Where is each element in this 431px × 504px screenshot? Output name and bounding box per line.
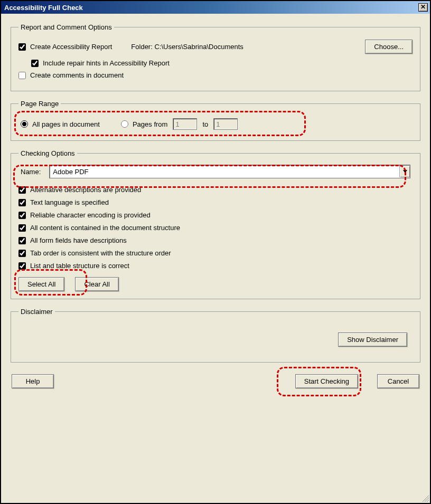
check-option-row[interactable]: Reliable character encoding is provided [18, 211, 413, 219]
resize-grip[interactable] [420, 493, 429, 502]
check-option-label: All content is contained in the document… [30, 224, 180, 232]
check-option-label: Text language is specified [30, 198, 109, 206]
to-label: to [202, 120, 208, 128]
dialog-content: Report and Comment Options Create Access… [1, 14, 430, 503]
create-report-checkbox[interactable] [18, 43, 26, 51]
checking-options-list: Alternative descriptions are provided Te… [18, 186, 413, 270]
folder-label: Folder: [131, 43, 152, 51]
bottom-button-row: Help Start Checking Cancel [11, 374, 420, 388]
check-option-row[interactable]: All content is contained in the document… [18, 224, 413, 232]
create-comments-row[interactable]: Create comments in document [18, 71, 413, 79]
report-options-legend: Report and Comment Options [18, 23, 114, 31]
name-label: Name: [21, 168, 41, 176]
dialog-window: Accessibility Full Check ✕ Report and Co… [0, 0, 431, 504]
titlebar: Accessibility Full Check ✕ [1, 1, 430, 14]
check-option-checkbox[interactable] [18, 250, 26, 257]
create-comments-label: Create comments in document [30, 71, 124, 79]
svg-marker-0 [403, 170, 407, 173]
check-option-row[interactable]: Alternative descriptions are provided [18, 186, 413, 194]
check-option-row[interactable]: List and table structure is correct [18, 262, 413, 270]
include-hints-row[interactable]: Include repair hints in Accessibility Re… [31, 59, 413, 67]
include-hints-checkbox[interactable] [31, 60, 39, 67]
create-report-label: Create Accessibility Report [30, 43, 112, 51]
start-checking-button[interactable]: Start Checking [295, 374, 358, 388]
choose-folder-button[interactable]: Choose... [365, 40, 413, 54]
page-range-group: Page Range All pages in document Pages f… [11, 100, 420, 141]
disclaimer-legend: Disclaimer [18, 308, 55, 316]
chevron-down-icon [403, 170, 407, 173]
pages-from-radio-row[interactable]: Pages from [121, 120, 167, 128]
create-report-row[interactable]: Create Accessibility Report [18, 43, 112, 51]
check-option-label: All form fields have descriptions [30, 236, 127, 244]
page-to-input[interactable] [213, 118, 238, 130]
include-hints-label: Include repair hints in Accessibility Re… [43, 59, 170, 67]
check-option-label: Reliable character encoding is provided [30, 211, 151, 219]
window-title: Accessibility Full Check [4, 4, 83, 12]
check-option-checkbox[interactable] [18, 212, 26, 219]
checking-options-legend: Checking Options [18, 149, 77, 157]
page-range-legend: Page Range [18, 100, 61, 108]
close-icon: ✕ [420, 3, 426, 11]
folder-display: Folder: C:\Users\Sabrina\Documents [131, 43, 243, 51]
check-option-checkbox[interactable] [18, 186, 26, 194]
check-option-label: Alternative descriptions are provided [30, 186, 141, 194]
show-disclaimer-button[interactable]: Show Disclaimer [338, 332, 407, 347]
check-option-checkbox[interactable] [18, 224, 26, 232]
all-pages-radio[interactable] [21, 120, 28, 128]
dropdown-arrow-button[interactable] [399, 166, 410, 177]
check-option-row[interactable]: All form fields have descriptions [18, 236, 413, 244]
report-options-group: Report and Comment Options Create Access… [11, 23, 420, 91]
disclaimer-group: Disclaimer Show Disclaimer [11, 308, 420, 363]
cancel-button[interactable]: Cancel [377, 374, 419, 388]
check-option-checkbox[interactable] [18, 199, 26, 206]
resize-grip-icon [420, 493, 429, 502]
all-pages-radio-row[interactable]: All pages in document [21, 120, 100, 128]
clear-all-button[interactable]: Clear All [75, 277, 118, 291]
pages-from-radio[interactable] [121, 120, 128, 128]
check-option-row[interactable]: Tab order is consistent with the structu… [18, 249, 413, 257]
page-from-input[interactable] [173, 118, 197, 130]
folder-path: C:\Users\Sabrina\Documents [154, 43, 243, 51]
check-option-label: List and table structure is correct [30, 262, 129, 270]
check-option-row[interactable]: Text language is specified [18, 198, 413, 206]
close-button[interactable]: ✕ [418, 3, 428, 12]
name-dropdown[interactable]: Adobe PDF [49, 165, 410, 178]
check-option-checkbox[interactable] [18, 262, 26, 270]
pages-from-label: Pages from [133, 120, 167, 128]
all-pages-label: All pages in document [32, 120, 100, 128]
help-button[interactable]: Help [12, 374, 54, 388]
check-option-label: Tab order is consistent with the structu… [30, 249, 171, 257]
create-comments-checkbox[interactable] [18, 72, 26, 79]
checking-options-group: Checking Options Name: Adobe PDF Alterna… [11, 149, 420, 299]
name-dropdown-value: Adobe PDF [53, 168, 88, 176]
select-all-button[interactable]: Select All [18, 277, 64, 291]
check-option-checkbox[interactable] [18, 237, 26, 244]
